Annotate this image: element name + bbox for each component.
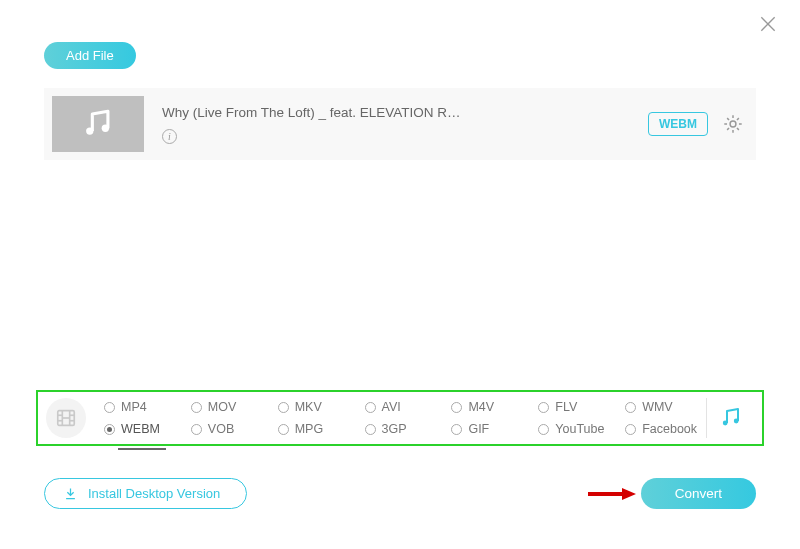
filmstrip-icon[interactable] [46,398,86,438]
close-icon[interactable] [758,14,778,34]
install-desktop-label: Install Desktop Version [88,486,220,501]
format-option-youtube[interactable]: YouTube [538,422,619,436]
format-option-mp4[interactable]: MP4 [104,400,185,414]
install-desktop-button[interactable]: Install Desktop Version [44,478,247,509]
format-option-facebook[interactable]: Facebook [625,422,706,436]
format-panel: MP4 MOV MKV AVI M4V FLV WMV WEBM VOB MPG… [36,390,764,446]
format-option-webm[interactable]: WEBM [104,422,185,436]
format-option-mov[interactable]: MOV [191,400,272,414]
format-option-vob[interactable]: VOB [191,422,272,436]
format-option-gif[interactable]: GIF [451,422,532,436]
svg-marker-16 [622,488,636,500]
format-grid: MP4 MOV MKV AVI M4V FLV WMV WEBM VOB MPG… [104,400,706,436]
format-badge[interactable]: WEBM [648,112,708,136]
selected-format-underline [118,448,166,450]
format-option-avi[interactable]: AVI [365,400,446,414]
audio-tab-icon[interactable] [706,398,754,438]
file-card: Why (Live From The Loft) _ feat. ELEVATI… [44,88,756,160]
file-meta: Why (Live From The Loft) _ feat. ELEVATI… [162,105,648,144]
format-option-wmv[interactable]: WMV [625,400,706,414]
file-thumbnail [52,96,144,152]
svg-point-4 [730,121,736,127]
svg-point-13 [722,421,727,426]
format-option-mpg[interactable]: MPG [278,422,359,436]
svg-point-14 [733,419,738,424]
music-note-icon [81,107,115,141]
file-title: Why (Live From The Loft) _ feat. ELEVATI… [162,105,648,120]
gear-icon[interactable] [722,113,744,135]
svg-point-3 [102,125,109,132]
add-file-button[interactable]: Add File [44,42,136,69]
convert-button[interactable]: Convert [641,478,756,509]
format-option-mkv[interactable]: MKV [278,400,359,414]
format-option-flv[interactable]: FLV [538,400,619,414]
annotation-arrow-icon [588,488,636,500]
format-option-3gp[interactable]: 3GP [365,422,446,436]
format-option-m4v[interactable]: M4V [451,400,532,414]
svg-point-2 [86,127,93,134]
download-icon [63,486,78,501]
info-icon[interactable]: i [162,129,177,144]
